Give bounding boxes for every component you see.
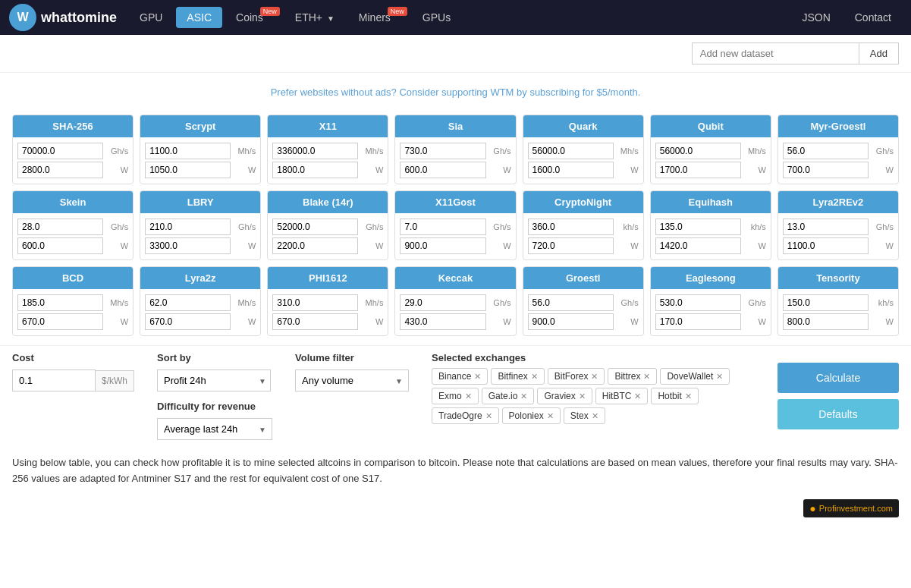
card-header[interactable]: Equihash	[651, 191, 771, 213]
exchange-tag-remove[interactable]: ✕	[474, 372, 481, 382]
exchange-tag-remove[interactable]: ✕	[485, 411, 492, 421]
exchange-tag-remove[interactable]: ✕	[547, 411, 554, 421]
card-header[interactable]: Myr-Groestl	[778, 115, 898, 137]
defaults-button[interactable]: Defaults	[777, 399, 899, 429]
card-hashrate-input[interactable]	[400, 143, 485, 159]
nav-coins[interactable]: Coins New	[225, 7, 281, 28]
exchange-tag-remove[interactable]: ✕	[716, 372, 723, 382]
card-power-input[interactable]	[400, 162, 485, 178]
card-hashrate-input[interactable]	[145, 294, 231, 311]
exchange-tag-remove[interactable]: ✕	[685, 391, 692, 401]
brand[interactable]: W whattomine	[9, 4, 117, 31]
card-hashrate-input[interactable]	[655, 143, 741, 159]
exchange-tag-remove[interactable]: ✕	[520, 391, 527, 401]
card-header[interactable]: PHI1612	[268, 267, 388, 289]
card-power-input[interactable]	[272, 313, 358, 330]
card-hashrate-input[interactable]	[17, 143, 103, 159]
card-header[interactable]: BCD	[13, 267, 133, 289]
card-header[interactable]: Eaglesong	[651, 267, 771, 289]
mining-card: Scrypt Mh/s W	[140, 115, 261, 184]
exchange-tag-remove[interactable]: ✕	[634, 391, 641, 401]
card-header[interactable]: Quark	[523, 115, 643, 137]
card-power-input[interactable]	[17, 237, 103, 254]
card-header[interactable]: Scrypt	[140, 115, 260, 137]
card-hashrate-input[interactable]	[272, 143, 358, 159]
card-header[interactable]: Skein	[13, 191, 133, 213]
card-header[interactable]: Qubit	[651, 115, 771, 137]
card-header[interactable]: X11	[268, 115, 388, 137]
card-hashrate-input[interactable]	[528, 219, 614, 235]
add-dataset-button[interactable]: Add	[859, 42, 899, 64]
exchange-tag-remove[interactable]: ✕	[531, 372, 538, 382]
card-power-input[interactable]	[528, 313, 614, 330]
exchange-tag-remove[interactable]: ✕	[592, 411, 598, 421]
exchange-tag: BitForex✕	[548, 368, 605, 385]
card-power-unit: W	[233, 241, 256, 250]
sort-select[interactable]: Profit 24hProfit 1hRevenue 24hCoin name	[157, 369, 271, 391]
card-hashrate-input[interactable]	[272, 219, 358, 235]
volume-select[interactable]: Any volume$1000+$10000+$100000+	[295, 369, 409, 391]
mining-card: X11 Mh/s W	[267, 115, 388, 184]
card-header[interactable]: X11Gost	[395, 191, 515, 213]
card-power-input[interactable]	[145, 237, 231, 254]
card-hashrate-input[interactable]	[17, 219, 103, 235]
card-hashrate-input[interactable]	[528, 294, 614, 311]
card-power-input[interactable]	[272, 162, 358, 178]
card-header[interactable]: Tensority	[778, 267, 898, 289]
cost-input[interactable]	[12, 369, 96, 391]
card-header[interactable]: SHA-256	[13, 115, 133, 137]
card-header[interactable]: Sia	[395, 115, 515, 137]
exchange-tag-remove[interactable]: ✕	[591, 372, 598, 382]
nav-contact[interactable]: Contact	[844, 7, 902, 28]
card-power-input[interactable]	[145, 162, 231, 178]
card-hashrate-input[interactable]	[655, 219, 741, 235]
mining-card: Lyra2z Mh/s W	[140, 266, 261, 336]
card-hashrate-input[interactable]	[145, 143, 231, 159]
card-power-input[interactable]	[528, 237, 614, 254]
card-power-input[interactable]	[17, 313, 103, 330]
card-power-input[interactable]	[783, 237, 869, 254]
card-power-input[interactable]	[400, 237, 485, 254]
card-hashrate-input[interactable]	[783, 219, 869, 235]
card-power-input[interactable]	[655, 162, 741, 178]
card-header[interactable]: LBRY	[140, 191, 260, 213]
card-header[interactable]: Lyra2z	[140, 267, 260, 289]
card-hashrate-input[interactable]	[272, 294, 358, 311]
card-power-input[interactable]	[145, 313, 231, 330]
card-power-input[interactable]	[528, 162, 614, 178]
card-power-input[interactable]	[400, 313, 485, 330]
card-hashrate-input[interactable]	[655, 294, 741, 311]
card-header[interactable]: Keccak	[395, 267, 515, 289]
card-header[interactable]: CryptoNight	[523, 191, 643, 213]
nav-json[interactable]: JSON	[791, 7, 840, 28]
nav-gpus[interactable]: GPUs	[412, 7, 461, 28]
calculate-button[interactable]: Calculate	[777, 363, 899, 393]
card-power-input[interactable]	[272, 237, 358, 254]
exchange-tag-remove[interactable]: ✕	[643, 372, 650, 382]
description: Using below table, you can check how pro…	[0, 446, 911, 496]
card-power-input[interactable]	[17, 162, 103, 178]
card-hashrate-input[interactable]	[400, 294, 485, 311]
exchange-tag: Binance✕	[432, 368, 488, 385]
nav-asic[interactable]: ASIC	[176, 7, 222, 28]
card-header[interactable]: Groestl	[523, 267, 643, 289]
dataset-input[interactable]	[692, 42, 859, 64]
card-hashrate-input[interactable]	[400, 219, 485, 235]
card-header[interactable]: Blake (14r)	[268, 191, 388, 213]
card-hashrate-input[interactable]	[145, 219, 231, 235]
card-header[interactable]: Lyra2REv2	[778, 191, 898, 213]
exchange-tag-remove[interactable]: ✕	[465, 391, 472, 401]
nav-eth[interactable]: ETH+ ▼	[284, 7, 345, 28]
card-power-input[interactable]	[655, 237, 741, 254]
card-hashrate-input[interactable]	[17, 294, 103, 311]
nav-gpu[interactable]: GPU	[129, 7, 173, 28]
card-power-input[interactable]	[783, 313, 869, 330]
card-power-input[interactable]	[655, 313, 741, 330]
nav-miners[interactable]: Miners New	[348, 7, 409, 28]
card-hashrate-input[interactable]	[528, 143, 614, 159]
difficulty-select[interactable]: Average last 24hCurrentAverage last 3 da…	[157, 418, 272, 440]
exchange-tag-remove[interactable]: ✕	[579, 391, 586, 401]
card-hashrate-input[interactable]	[783, 143, 869, 159]
card-hashrate-input[interactable]	[783, 294, 869, 311]
card-power-input[interactable]	[783, 162, 869, 178]
